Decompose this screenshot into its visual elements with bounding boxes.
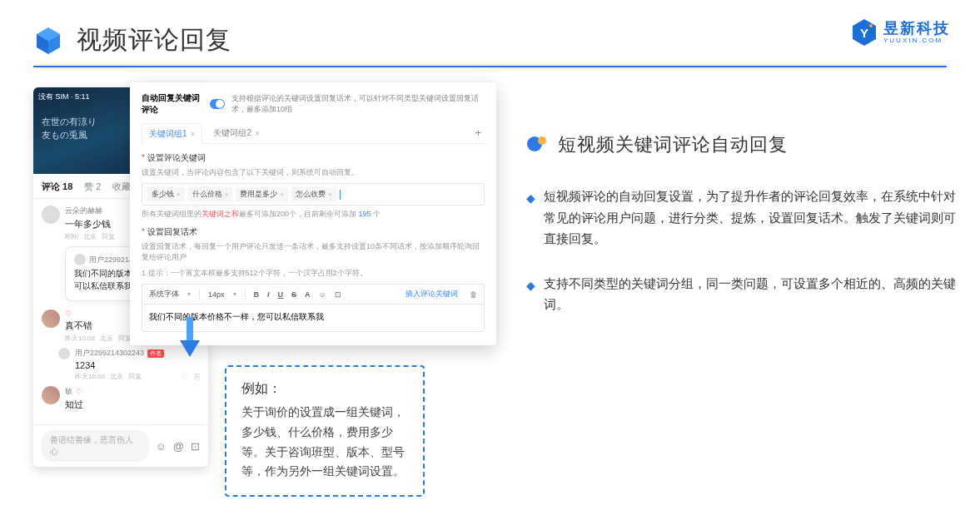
image-icon[interactable]: ⊡ <box>191 440 200 453</box>
at-icon[interactable]: @ <box>173 440 184 453</box>
tab-fav[interactable]: 收藏 <box>112 181 131 193</box>
comment-row: 敏 ♡ 知过 <box>42 386 200 413</box>
diamond-icon: ◆ <box>526 189 535 250</box>
settings-title: 自动回复关键词评论 <box>142 92 203 116</box>
reply-label: 设置回复话术 <box>142 226 485 238</box>
example-box: 例如： 关于询价的设置成一组关键词，多少钱、什么价格，费用多少等。关于咨询班型、… <box>225 365 425 497</box>
example-body: 关于询价的设置成一组关键词，多少钱、什么价格，费用多少等。关于咨询班型、版本、型… <box>241 403 408 482</box>
comment-username: 敏 <box>65 386 72 397</box>
svg-point-5 <box>869 24 873 27</box>
reply-hint: 1 提示：一个富文本框最多支持512个字符，一个汉字占用2个字符。 <box>142 268 485 279</box>
strike-icon[interactable]: S <box>291 290 296 299</box>
comment-loc: 北京 <box>110 372 123 381</box>
svg-marker-7 <box>180 340 200 357</box>
chat-bubble-icon <box>526 134 548 156</box>
comment-loc: 北京 <box>83 232 97 241</box>
logo-cn: 昱新科技 <box>883 21 950 36</box>
logo-en: YUUXIN.COM <box>883 37 950 44</box>
keyword-group-tab-2[interactable]: 关键词组2× <box>206 122 266 143</box>
avatar <box>42 310 60 328</box>
comment-text: 知过 <box>65 399 200 411</box>
keywords-input[interactable]: 多少钱× 什么价格× 费用是多少× 怎么收费× <box>142 183 485 206</box>
reply-link[interactable]: 回复 <box>128 372 142 381</box>
logo-hex-icon: Y <box>850 18 878 47</box>
diamond-icon: ◆ <box>526 276 535 315</box>
comment-input[interactable]: 善语结善缘，恶言伤人心 <box>42 430 149 462</box>
video-caption-2: 友もの兎風 <box>42 129 87 141</box>
bullet-item: ◆ 短视频评论的自动回复设置，为了提升作者的评论回复效率，在系统中针对常见的评论… <box>526 186 960 250</box>
settings-desc: 支持根据评论的关键词设置回复话术，可以针对不同类型关键词设置回复话术，最多添加1… <box>231 93 485 115</box>
page-title: 视频评论回复 <box>77 23 231 57</box>
avatar <box>42 386 60 404</box>
svg-rect-6 <box>187 317 193 342</box>
keywords-label: 设置评论关键词 <box>142 152 485 164</box>
underline-icon[interactable]: U <box>278 290 284 299</box>
chip-label: 怎么收费 <box>296 189 326 200</box>
svg-text:Y: Y <box>860 26 868 40</box>
avatar <box>74 254 86 265</box>
comment-time: 昨天10:08 <box>65 334 95 343</box>
editor-toolbar: 系统字体▾ 14px▾ B I U S A ☺ ⊡ 插入评论关键词 🗑 <box>142 284 485 304</box>
emoji-icon[interactable]: ☺ <box>156 440 167 453</box>
chevron-down-icon[interactable]: ▾ <box>187 290 191 298</box>
close-icon[interactable]: × <box>191 130 196 139</box>
comment-loc: 北京 <box>100 334 113 343</box>
reply-username: 用户2299214302243 <box>75 348 144 359</box>
color-icon[interactable]: A <box>305 290 311 299</box>
chip-label: 费用是多少 <box>240 189 277 200</box>
remove-chip-icon[interactable]: × <box>280 191 284 198</box>
add-group-button[interactable]: + <box>475 126 485 139</box>
avatar <box>58 348 70 359</box>
heart-icon[interactable]: ♡ <box>181 372 188 381</box>
phone-status: 没有 SIM · 5:11 <box>38 92 90 102</box>
bullet-item: ◆ 支持不同类型的关键词分组，同一类问题，可设置多个相近的、高频的关键词。 <box>526 273 960 315</box>
keyword-chip[interactable]: 多少钱× <box>147 187 185 201</box>
auto-reply-settings-panel: 自动回复关键词评论 支持根据评论的关键词设置回复话术，可以针对不同类型关键词设置… <box>130 82 496 345</box>
author-badge: 作者 <box>147 349 164 358</box>
video-caption-1: 在世の有涼り <box>42 116 97 128</box>
keywords-sub: 设置关键词，当评论内容包含了以下关键词，则系统可自动回复。 <box>142 167 485 178</box>
chevron-down-icon[interactable]: ▾ <box>233 290 236 298</box>
bullet-text: 短视频评论的自动回复设置，为了提升作者的评论回复效率，在系统中针对常见的评论用户… <box>544 186 960 250</box>
auto-reply-toggle[interactable] <box>210 99 225 109</box>
italic-icon[interactable]: I <box>267 290 270 299</box>
fan-icon: ♡ <box>76 388 82 396</box>
chip-label: 什么价格 <box>192 189 222 200</box>
section-title: 短视频关键词评论自动回复 <box>558 132 788 157</box>
bullet-text: 支持不同类型的关键词分组，同一类问题，可设置多个相近的、高频的关键词。 <box>544 273 960 315</box>
keyword-chip[interactable]: 怎么收费× <box>291 187 336 201</box>
reply-sub: 设置回复话术，每回复一个用户评论只发送一条话术，最多支持设置10条不同话术，按添… <box>142 241 485 263</box>
arrow-down-icon <box>177 317 203 362</box>
remove-chip-icon[interactable]: × <box>328 191 332 198</box>
tab-label: 关键词组1 <box>149 128 187 140</box>
close-icon[interactable]: × <box>255 129 260 138</box>
insert-keyword-link[interactable]: 插入评论关键词 <box>405 289 458 300</box>
remove-chip-icon[interactable]: × <box>225 191 229 198</box>
tab-label: 关键词组2 <box>213 127 251 139</box>
image-icon[interactable]: ⊡ <box>335 290 341 299</box>
keyword-chip[interactable]: 费用是多少× <box>236 187 288 201</box>
reply-link[interactable]: 回复 <box>102 232 115 241</box>
header-cube-icon <box>33 26 63 56</box>
keywords-hint: 所有关键词组里的关键词之和最多可添加200个，目前剩余可添加 195 个 <box>142 209 485 220</box>
dislike-icon[interactable]: ⎘ <box>195 372 200 381</box>
example-title: 例如： <box>241 380 408 398</box>
svg-point-9 <box>538 136 546 145</box>
comment-time: 昨天10:08 <box>75 372 105 381</box>
bold-icon[interactable]: B <box>254 290 260 299</box>
tab-likes[interactable]: 赞 2 <box>84 181 101 193</box>
remove-chip-icon[interactable]: × <box>177 191 181 198</box>
tab-comments[interactable]: 评论 18 <box>42 181 72 193</box>
keyword-group-tab-1[interactable]: 关键词组1× <box>142 123 202 144</box>
brand-logo: Y 昱新科技 YUUXIN.COM <box>850 18 950 47</box>
emoji-icon[interactable]: ☺ <box>319 290 326 299</box>
comment-time: 刚刚 <box>65 232 78 241</box>
fan-icon: ♡ <box>65 310 72 318</box>
size-select[interactable]: 14px <box>208 290 225 299</box>
chip-label: 多少钱 <box>152 189 174 200</box>
text-cursor <box>340 190 341 200</box>
avatar <box>42 206 60 224</box>
delete-icon[interactable]: 🗑 <box>470 290 477 299</box>
keyword-chip[interactable]: 什么价格× <box>188 187 233 201</box>
font-select[interactable]: 系统字体 <box>149 289 179 300</box>
